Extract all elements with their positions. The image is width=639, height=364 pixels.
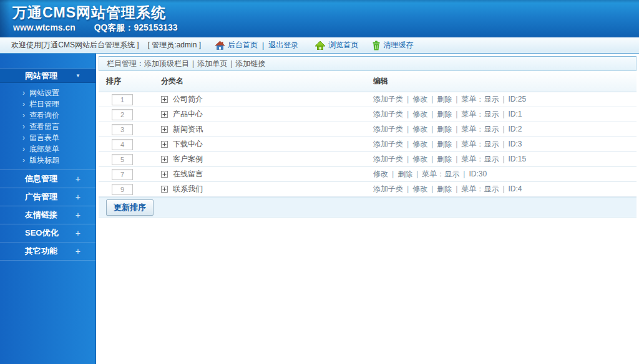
action-link[interactable]: 菜单：显示: [461, 140, 499, 148]
action-link[interactable]: 菜单：显示: [461, 110, 499, 118]
row-id: ID:4: [509, 184, 522, 193]
sidebar-section-header[interactable]: 友情链接+: [0, 206, 95, 224]
action-link[interactable]: 添加子类: [373, 95, 403, 103]
backend-home-link[interactable]: 后台首页: [228, 40, 258, 50]
separator: |: [431, 95, 433, 103]
breadcrumb-link[interactable]: 添加单页: [197, 59, 227, 68]
chevron-right-icon: ›: [22, 133, 25, 142]
action-link[interactable]: 删除: [437, 184, 452, 193]
action-link[interactable]: 添加子类: [373, 184, 403, 193]
action-link[interactable]: 添加子类: [373, 125, 403, 133]
action-link[interactable]: 删除: [437, 140, 452, 148]
separator: |: [502, 140, 504, 148]
sidebar-item[interactable]: ›底部菜单: [0, 143, 95, 155]
action-link[interactable]: 修改: [412, 155, 427, 163]
chevron-right-icon: ›: [22, 100, 25, 108]
expand-icon[interactable]: [161, 126, 168, 133]
breadcrumb-link[interactable]: 添加链接: [235, 59, 265, 68]
separator: |: [502, 110, 504, 118]
breadcrumb-title: 栏目管理：: [107, 59, 144, 68]
sidebar-section-header[interactable]: 网站管理▼: [0, 69, 95, 83]
sidebar-sections: 网站管理▼›网站设置›栏目管理›查看询价›查看留言›留言表单›底部菜单›版块标题…: [0, 69, 95, 261]
browse-home-link[interactable]: 浏览首页: [328, 40, 358, 50]
toolbar: 欢迎使用[万通CMS网站后台管理系统 ] [ 管理员:admin ] 后台首页 …: [0, 37, 639, 54]
toolbar-separator: |: [262, 41, 264, 50]
page: 万通CMS网站管理系统 www.wtcms.cn QQ客服：925153133 …: [0, 0, 639, 364]
separator: |: [502, 184, 504, 193]
separator: |: [407, 110, 409, 118]
separator: |: [407, 184, 409, 193]
action-link[interactable]: 添加子类: [373, 110, 403, 118]
expand-icon[interactable]: [161, 186, 168, 193]
action-link[interactable]: 菜单：显示: [461, 95, 499, 103]
action-link[interactable]: 菜单：显示: [461, 125, 499, 133]
category-cell: 客户案例: [161, 154, 373, 165]
action-link[interactable]: 修改: [412, 95, 427, 103]
plus-icon: +: [76, 170, 80, 188]
sidebar-item[interactable]: ›查看留言: [0, 121, 95, 132]
sort-cell: [99, 169, 161, 180]
separator: |: [502, 125, 504, 133]
sidebar-item-label: 底部菜单: [29, 145, 59, 153]
action-link[interactable]: 菜单：显示: [461, 184, 499, 193]
sidebar-item[interactable]: ›查看询价: [0, 110, 95, 121]
separator: |: [230, 59, 232, 68]
action-link[interactable]: 修改: [412, 125, 427, 133]
sidebar-item[interactable]: ›留言表单: [0, 132, 95, 143]
separator: |: [392, 170, 394, 178]
sidebar-item[interactable]: ›网站设置: [0, 87, 95, 98]
expand-icon[interactable]: [161, 156, 168, 163]
sidebar-item-label: 留言表单: [29, 133, 59, 142]
expand-icon[interactable]: [161, 111, 168, 118]
edit-cell: 添加子类|修改|删除|菜单：显示|ID:1: [373, 109, 637, 120]
action-link[interactable]: 删除: [437, 155, 452, 163]
action-link[interactable]: 删除: [437, 110, 452, 118]
sidebar-section-header[interactable]: 信息管理+: [0, 170, 95, 188]
sidebar-item[interactable]: ›栏目管理: [0, 98, 95, 110]
clear-cache-link[interactable]: 清理缓存: [383, 40, 413, 50]
sort-input[interactable]: [112, 154, 133, 165]
sort-input[interactable]: [112, 169, 133, 180]
expand-icon[interactable]: [161, 171, 168, 178]
separator: |: [407, 140, 409, 148]
action-link[interactable]: 修改: [412, 184, 427, 193]
plus-icon: +: [76, 224, 80, 242]
sort-input[interactable]: [112, 184, 133, 195]
expand-icon[interactable]: [161, 141, 168, 148]
breadcrumb-link[interactable]: 添加顶级栏目: [144, 59, 189, 68]
row-id: ID:15: [509, 155, 527, 163]
action-link[interactable]: 删除: [437, 125, 452, 133]
sort-input[interactable]: [112, 139, 133, 150]
category-cell: 新闻资讯: [161, 124, 373, 135]
action-link[interactable]: 添加子类: [373, 155, 403, 163]
table-header: 排序 分类名 编辑: [99, 71, 637, 92]
sidebar-item-label: 版块标题: [29, 156, 59, 165]
breadcrumb-links: 添加顶级栏目|添加单页|添加链接: [144, 59, 265, 68]
sidebar-section-header[interactable]: 其它功能+: [0, 242, 95, 261]
sidebar-section-label: 广告管理: [25, 192, 57, 201]
sort-input[interactable]: [112, 94, 133, 105]
action-link[interactable]: 删除: [398, 170, 412, 178]
action-link[interactable]: 菜单：显示: [461, 155, 499, 163]
action-link[interactable]: 菜单：显示: [422, 170, 459, 178]
logout-link[interactable]: 退出登录: [268, 40, 298, 50]
sort-input[interactable]: [112, 124, 133, 135]
expand-icon[interactable]: [161, 96, 168, 103]
sidebar-item-label: 网站设置: [29, 89, 59, 97]
action-link[interactable]: 修改: [412, 110, 427, 118]
sort-cell: [99, 184, 161, 195]
action-link[interactable]: 删除: [437, 95, 452, 103]
column-header-sort: 排序: [99, 76, 161, 87]
sidebar-item[interactable]: ›版块标题: [0, 155, 95, 166]
action-link[interactable]: 修改: [412, 140, 427, 148]
update-sort-button[interactable]: 更新排序: [106, 199, 154, 216]
row-id: ID:1: [509, 110, 522, 118]
action-link[interactable]: 修改: [373, 170, 388, 178]
sort-input[interactable]: [112, 109, 133, 120]
edit-cell: 添加子类|修改|删除|菜单：显示|ID:3: [373, 139, 637, 150]
plus-icon: +: [76, 206, 80, 224]
sort-cell: [99, 124, 161, 135]
sidebar-section-header[interactable]: SEO优化+: [0, 224, 95, 242]
sidebar-section-header[interactable]: 广告管理+: [0, 188, 95, 206]
action-link[interactable]: 添加子类: [373, 140, 403, 148]
